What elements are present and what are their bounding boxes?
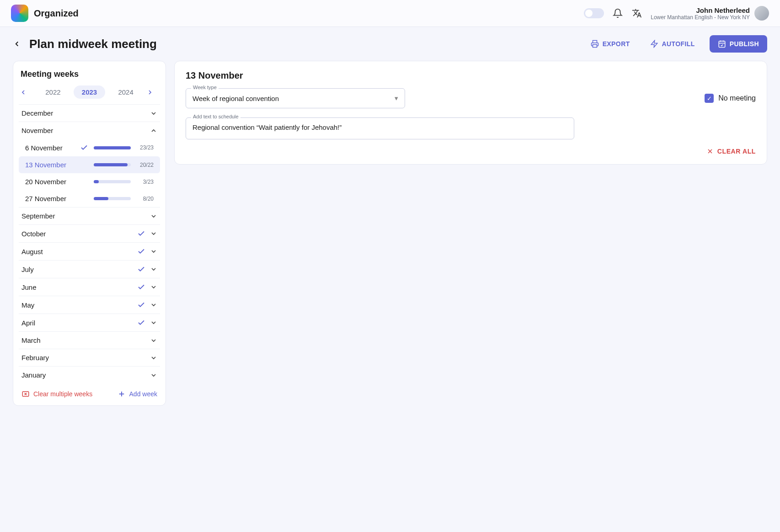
topbar-right: John Netherleed Lower Manhattan English … <box>584 6 769 21</box>
brand-name: Organized <box>34 8 79 19</box>
chevron-down-icon <box>150 354 157 362</box>
add-week-button[interactable]: Add week <box>118 390 157 398</box>
check-icon <box>137 247 145 255</box>
plus-icon <box>118 390 126 398</box>
chevron-down-icon <box>150 301 157 309</box>
week-label: 27 November <box>25 195 75 202</box>
week-row[interactable]: 20 November3/23 <box>19 173 160 190</box>
clear-all-button[interactable]: CLEAR ALL <box>706 148 756 155</box>
chevron-down-icon <box>150 372 157 379</box>
progress-bar <box>94 146 131 149</box>
sidebar-title: Meeting weeks <box>19 69 160 85</box>
theme-toggle[interactable] <box>584 8 604 18</box>
back-button[interactable] <box>13 40 21 48</box>
chevron-down-icon <box>150 230 157 237</box>
progress-bar <box>94 163 131 166</box>
svg-rect-2 <box>719 41 725 48</box>
check-icon <box>137 265 145 273</box>
lightning-icon <box>650 40 658 48</box>
month-name: November <box>21 127 53 134</box>
month-name: June <box>21 283 37 291</box>
month-name: September <box>21 212 55 220</box>
user-block[interactable]: John Netherleed Lower Manhattan English … <box>651 6 769 21</box>
topbar: Organized John Netherleed Lower Manhatta… <box>0 0 780 27</box>
chevron-down-icon <box>150 110 157 117</box>
year-next[interactable]: 2024 <box>110 85 141 99</box>
month-name: October <box>21 230 46 238</box>
month-row[interactable]: September <box>19 207 160 224</box>
sidebar: Meeting weeks 2022 2023 2024 DecemberNov… <box>13 61 166 406</box>
check-icon <box>137 319 145 327</box>
translate-icon[interactable] <box>631 8 642 19</box>
month-row[interactable]: January <box>19 366 160 383</box>
month-row[interactable]: October <box>19 224 160 242</box>
main-title: 13 November <box>186 70 756 81</box>
printer-icon <box>591 40 599 48</box>
export-button[interactable]: EXPORT <box>585 35 636 53</box>
month-row[interactable]: February <box>19 349 160 366</box>
app-logo <box>11 5 28 22</box>
schedule-label: Add text to schedule <box>191 114 240 119</box>
week-label: 20 November <box>25 178 75 186</box>
main-panel: 13 November Week type Week of regional c… <box>174 61 767 165</box>
week-type-label: Week type <box>191 85 219 90</box>
year-prev[interactable]: 2022 <box>37 85 69 99</box>
bell-icon[interactable] <box>612 8 623 19</box>
month-row[interactable]: November <box>19 122 160 139</box>
no-meeting-toggle[interactable]: ✓ No meeting <box>705 94 756 103</box>
chevron-down-icon <box>150 213 157 220</box>
week-row[interactable]: 13 November20/22 <box>19 156 160 173</box>
month-name: April <box>21 319 35 327</box>
chevron-up-icon <box>150 127 157 134</box>
month-row[interactable]: March <box>19 331 160 349</box>
month-name: May <box>21 301 34 309</box>
calendar-check-icon <box>718 40 726 48</box>
chevron-down-icon <box>150 337 157 344</box>
week-label: 13 November <box>25 161 75 169</box>
close-icon <box>706 148 714 155</box>
month-name: February <box>21 354 49 362</box>
year-active[interactable]: 2023 <box>74 85 105 99</box>
week-count: 8/20 <box>135 196 154 202</box>
svg-rect-0 <box>593 45 597 48</box>
user-sub: Lower Manhattan English - New York NY <box>651 14 750 21</box>
month-row[interactable]: June <box>19 278 160 296</box>
autofill-button[interactable]: AUTOFILL <box>645 35 700 53</box>
page-header: Plan midweek meeting EXPORT AUTOFILL PUB… <box>0 27 780 61</box>
month-name: July <box>21 266 34 273</box>
progress-bar <box>94 197 131 200</box>
month-row[interactable]: July <box>19 260 160 278</box>
chevron-down-icon <box>150 283 157 291</box>
dropdown-icon: ▾ <box>395 94 398 102</box>
chevron-down-icon <box>150 319 157 326</box>
month-name: August <box>21 248 43 255</box>
week-count: 23/23 <box>135 144 154 151</box>
year-prev-button[interactable] <box>20 89 32 96</box>
check-icon <box>137 301 145 309</box>
month-row[interactable]: August <box>19 242 160 260</box>
week-row[interactable]: 27 November8/20 <box>19 190 160 207</box>
clear-multiple-button[interactable]: Clear multiple weeks <box>21 390 92 398</box>
week-count: 20/22 <box>135 162 154 168</box>
user-name: John Netherleed <box>651 6 750 14</box>
month-name: December <box>21 109 53 117</box>
chevron-down-icon <box>150 266 157 273</box>
brand: Organized <box>11 5 79 22</box>
year-next-button[interactable] <box>146 89 159 96</box>
progress-bar <box>94 180 131 183</box>
month-name: March <box>21 336 41 344</box>
svg-marker-1 <box>651 41 657 48</box>
chevron-down-icon <box>150 248 157 255</box>
page-title: Plan midweek meeting <box>29 37 157 51</box>
week-type-select[interactable]: Week of regional convention ▾ <box>186 88 405 108</box>
week-label: 6 November <box>25 144 75 152</box>
month-row[interactable]: December <box>19 104 160 122</box>
week-row[interactable]: 6 November23/23 <box>19 139 160 156</box>
week-type-field: Week type Week of regional convention ▾ <box>186 88 405 108</box>
clear-icon <box>21 390 30 398</box>
publish-button[interactable]: PUBLISH <box>710 35 767 53</box>
month-row[interactable]: May <box>19 296 160 314</box>
month-row[interactable]: April <box>19 314 160 331</box>
schedule-input[interactable]: Regional convention “Wait patiently for … <box>186 117 574 139</box>
month-name: January <box>21 371 46 379</box>
